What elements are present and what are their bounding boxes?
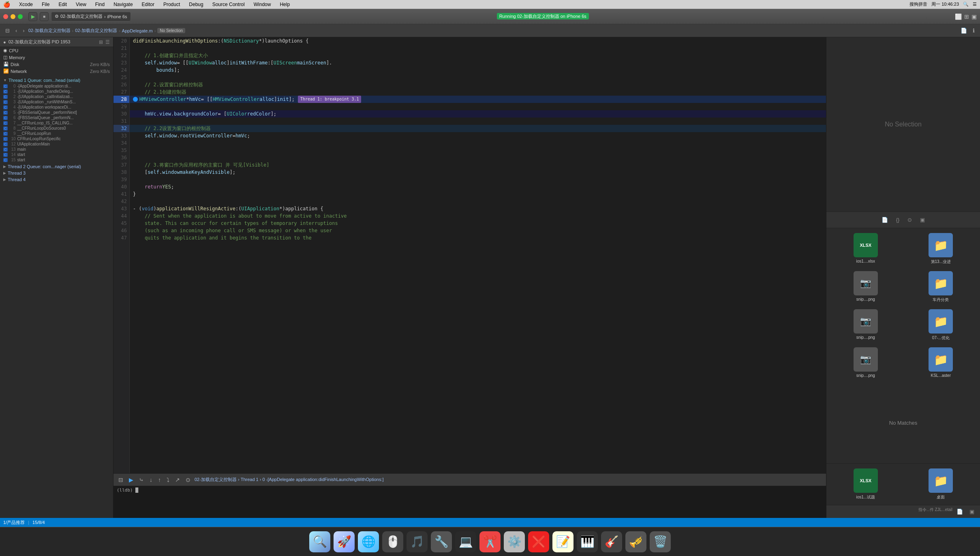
back-button[interactable]: ‹ (13, 26, 19, 35)
frame-9[interactable]: C 9 __CFRunLoopRun (0, 131, 113, 136)
frame-13[interactable]: C 13 main (0, 147, 113, 152)
dock-snip[interactable]: ✂️ (479, 531, 501, 552)
resource-network[interactable]: 📶 Network Zero KB/s (0, 68, 113, 75)
resource-cpu[interactable]: ◉ CPU (0, 47, 113, 54)
debug-toggle-icon[interactable]: ⊞ (964, 13, 969, 20)
menu-xcode[interactable]: Xcode (17, 2, 34, 7)
frame-14-label: start (17, 152, 25, 157)
debug-toggle-btn[interactable]: ⊟ (117, 476, 125, 484)
frame-5[interactable]: C 5 -[FBSSerialQueue _performNext] (0, 110, 113, 115)
run-button[interactable]: ▶ (28, 12, 37, 21)
dock-safari[interactable]: 🌐 (358, 531, 379, 552)
gauge-icon[interactable]: ⊞ (99, 39, 103, 45)
menu-window[interactable]: Window (252, 2, 273, 7)
menu-product[interactable]: Product (162, 2, 182, 7)
inspector-braces-btn[interactable]: {} (894, 215, 902, 225)
menu-navigate[interactable]: Navigate (112, 2, 134, 7)
step-out-btn[interactable]: ↑ (156, 476, 163, 484)
add-file-icon[interactable]: 📄 (959, 26, 969, 35)
file-item-bottom-2[interactable]: 📁 桌面 (905, 467, 977, 502)
step-into-btn[interactable]: ↓ (148, 476, 154, 484)
breadcrumb-item-3[interactable]: AppDelegate.m (122, 28, 153, 33)
frame-0[interactable]: C 0 -[AppDelegate application:di... (0, 83, 113, 89)
dock-tools[interactable]: 🔧 (431, 531, 452, 552)
step-instruction-btn[interactable]: ⤵ (165, 476, 171, 484)
frame-8[interactable]: C 8 __CFRunLoopDoSources0 (0, 126, 113, 131)
menu-view[interactable]: View (74, 2, 88, 7)
scheme-selector[interactable]: ⚙ 02-加载自定义控制器 › iPhone 6s (51, 12, 131, 21)
dock-system-prefs[interactable]: ⚙️ (504, 531, 525, 552)
dock-finder[interactable]: 🔍 (309, 531, 330, 552)
frame-6[interactable]: C 6 -[FBSSerialQueue _performN... (0, 115, 113, 120)
menubar-list-icon[interactable]: ☰ (973, 2, 977, 7)
stop-button[interactable]: ■ (40, 12, 49, 21)
file-item-folder-3[interactable]: 📁 07-...优化 (905, 308, 977, 342)
frame-12[interactable]: C 12 UIApplicationMain (0, 141, 113, 147)
menu-help[interactable]: Help (278, 2, 291, 7)
file-item-folder-4[interactable]: 📁 KSL...aster (905, 346, 977, 379)
menubar-search-icon[interactable]: 🔍 (963, 2, 969, 7)
step-over-btn[interactable]: ⤷ (137, 476, 146, 484)
inspector-clock-btn[interactable]: ⊙ (905, 215, 914, 225)
inspector-grid-btn[interactable]: ▣ (918, 215, 927, 225)
resource-disk[interactable]: 💾 Disk Zero KB/s (0, 61, 113, 68)
menubar-input-method[interactable]: 搜狗拼音 (909, 1, 927, 7)
menu-debug[interactable]: Debug (187, 2, 205, 7)
panel-toggle-icon[interactable]: ▣ (971, 13, 977, 20)
thread-1-header[interactable]: ▼ Thread 1 Queue: com...head (serial) (0, 77, 113, 83)
menu-editor[interactable]: Editor (140, 2, 156, 7)
minimize-button[interactable] (11, 14, 15, 19)
dock-terminal[interactable]: 💻 (455, 531, 476, 552)
layout-toggle-icon[interactable]: ⬜ (955, 13, 962, 20)
frame-4[interactable]: C 4 -[UIApplication workspaceDi... (0, 105, 113, 110)
dock-steer-mouse[interactable]: 🖱️ (382, 531, 403, 552)
dock-guitar[interactable]: 🎸 (601, 531, 622, 552)
apple-menu[interactable]: 🍎 (3, 1, 10, 8)
menu-file[interactable]: File (40, 2, 51, 7)
file-item-png-3[interactable]: 📷 snip....png (830, 346, 902, 379)
file-item-png-2[interactable]: 📷 snip....png (830, 308, 902, 342)
dock-notes[interactable]: 📝 (552, 531, 573, 552)
bottom-add-icon[interactable]: 📄 (954, 507, 965, 516)
inspector-add-btn[interactable]: 📄 (879, 215, 890, 225)
bottom-grid-icon[interactable]: ▣ (967, 507, 977, 516)
code-content[interactable]: didFinishLaunchingWithOptions:(NSDiction… (130, 37, 826, 473)
dock-trash[interactable]: 🗑️ (650, 531, 671, 552)
frame-10[interactable]: C 10 CFRunLoopRunSpecific (0, 136, 113, 141)
continue-btn[interactable]: ▶ (127, 476, 135, 484)
breadcrumb-item-1[interactable]: 02-加载自定义控制器 (28, 28, 71, 34)
resource-memory[interactable]: ◫ Memory (0, 54, 113, 61)
forward-button[interactable]: › (21, 26, 26, 35)
dock-music-2[interactable]: 🎺 (625, 531, 646, 552)
breadcrumb-item-2[interactable]: 02-加载自定义控制器 (75, 28, 117, 34)
dock-xmind[interactable]: ❌ (528, 531, 549, 552)
step-inst-over-btn[interactable]: ↗ (173, 476, 182, 484)
file-item-folder-2[interactable]: 📁 车丹分类 (905, 269, 977, 304)
chart-icon[interactable]: ☰ (105, 39, 110, 45)
file-item-bottom-1[interactable]: XLSX ios1...试题 (830, 467, 902, 502)
file-item-png-1[interactable]: 📷 snip....png (830, 269, 902, 304)
menu-edit[interactable]: Edit (57, 2, 68, 7)
file-item-xlsx[interactable]: XLSX ios1....xlsx (830, 231, 902, 266)
editor-content[interactable]: 20 21 22 23 24 25 26 27 28 29 30 31 32 3… (113, 37, 826, 473)
dock-launchpad[interactable]: 🚀 (334, 531, 355, 552)
thread-4-header[interactable]: ▶ Thread 4 (0, 176, 113, 183)
frame-14[interactable]: C 14 start (0, 152, 113, 157)
navigator-toggle-button[interactable]: ⊟ (3, 26, 12, 35)
frame-2[interactable]: C 2 -[UIApplication _callInitializati... (0, 94, 113, 99)
frame-7[interactable]: C 7 __CFRunLoop_IS_CALLING... (0, 120, 113, 126)
debug-location-btn[interactable]: ⊙ (184, 476, 192, 484)
frame-3[interactable]: C 3 -[UIApplication _runWithMainS... (0, 99, 113, 105)
menu-find[interactable]: Find (94, 2, 106, 7)
settings-icon[interactable]: ℹ (971, 26, 977, 35)
dock-piano-plus[interactable]: 🎹 (577, 531, 598, 552)
frame-1[interactable]: C 1 -[UIApplication _handleDeleg... (0, 89, 113, 94)
close-button[interactable] (3, 14, 8, 19)
fullscreen-button[interactable] (18, 14, 23, 19)
frame-15[interactable]: C 15 start (0, 157, 113, 163)
thread-2-header[interactable]: ▶ Thread 2 Queue: com...nager (serial) (0, 163, 113, 170)
thread-3-header[interactable]: ▶ Thread 3 (0, 170, 113, 176)
file-item-folder-1[interactable]: 📁 第13...业进 (905, 231, 977, 266)
menu-source-control[interactable]: Source Control (211, 2, 246, 7)
dock-media-player[interactable]: 🎵 (407, 531, 428, 552)
